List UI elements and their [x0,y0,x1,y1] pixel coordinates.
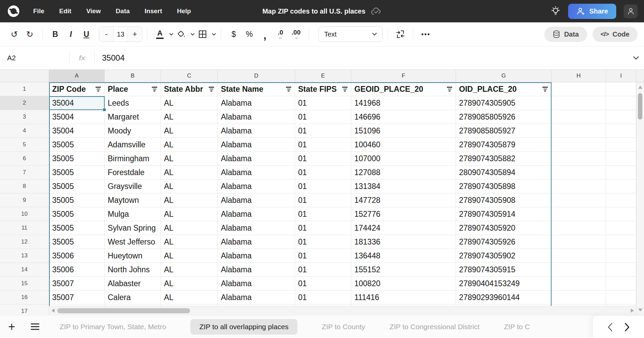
cell[interactable]: 35004 [49,124,105,138]
cell[interactable]: Alabama [218,235,295,249]
sheet-tab-3[interactable]: ZIP to County [322,323,365,331]
document-title[interactable]: Map ZIP codes to all U.S. places [262,7,365,15]
cell[interactable]: 2789074305898 [456,179,552,193]
cell[interactable]: Mulga [105,207,161,221]
scroll-left-arrow[interactable] [51,309,55,313]
cell[interactable]: 27890293960144 [456,291,552,304]
cell[interactable]: Maytown [105,193,161,207]
cell[interactable]: 151096 [351,124,456,138]
cell-reference-box[interactable]: A2 [0,54,69,62]
cell[interactable]: Alabama [218,249,295,263]
header-cell[interactable]: OID_PLACE_20 [456,82,552,96]
cell[interactable]: 01 [295,166,351,179]
row-number-9[interactable]: 9 [0,193,49,207]
cell[interactable]: Alabama [218,110,295,124]
column-header-G[interactable]: G [456,70,552,82]
cell[interactable] [552,277,606,291]
share-button[interactable]: Share [568,4,616,19]
account-avatar-button[interactable] [624,4,638,18]
data-panel-button[interactable]: Data [544,27,587,42]
cell[interactable]: 181336 [351,235,456,249]
cell[interactable]: AL [161,96,218,110]
cell[interactable]: AL [161,221,218,235]
vertical-scrollbar[interactable] [636,82,644,315]
add-sheet-button[interactable]: + [8,321,15,333]
cell[interactable]: 35005 [49,193,105,207]
cell[interactable]: 35005 [49,166,105,179]
cell[interactable]: Hueytown [105,249,161,263]
cell[interactable]: Alabama [218,166,295,179]
cell[interactable]: 2789074305920 [456,221,552,235]
cell[interactable]: 01 [295,110,351,124]
previous-sheet-chevron[interactable] [607,323,613,332]
sheet-tab-2-active[interactable]: ZIP to all overlapping places [190,319,297,335]
column-header-C[interactable]: C [161,70,218,82]
sheet-tab-5[interactable]: ZIP to C [504,323,530,331]
text-color-dropdown-chevron[interactable] [169,33,173,36]
header-cell[interactable]: State Abbr [161,82,218,96]
percent-format-button[interactable]: % [242,26,257,42]
cell[interactable] [606,166,636,179]
cell[interactable]: 136448 [351,249,456,263]
number-format-select[interactable]: Text [318,26,383,42]
cell[interactable]: Forestdale [105,166,161,179]
cell[interactable]: 01 [295,221,351,235]
cell[interactable]: 2789074305915 [456,263,552,277]
undo-button[interactable]: ↺ [6,26,22,42]
redo-button[interactable]: ↻ [22,26,38,42]
underline-button[interactable]: U [79,26,94,42]
scroll-right-arrow[interactable] [631,309,634,313]
column-header-E[interactable]: E [295,70,351,82]
menu-item-help[interactable]: Help [177,7,191,15]
header-cell[interactable] [606,82,636,96]
cell[interactable] [552,207,606,221]
header-cell[interactable]: ZIP Code [49,82,105,96]
cell[interactable]: AL [161,207,218,221]
cell[interactable] [606,124,636,138]
filter-icon[interactable] [94,87,104,91]
cell[interactable]: 01 [295,207,351,221]
column-header-A[interactable]: A [49,70,105,82]
italic-button[interactable]: I [63,26,79,42]
sheet-list-menu-button[interactable] [31,323,39,330]
scroll-up-arrow[interactable] [638,86,642,89]
cell[interactable]: 01 [295,96,351,110]
fill-color-button[interactable] [173,26,189,42]
cell[interactable] [606,152,636,166]
next-sheet-chevron[interactable] [624,323,630,332]
decrease-decimal-button[interactable]: .0← [273,26,288,42]
cell[interactable]: AL [161,235,218,249]
cell[interactable]: 27890404153249 [456,277,552,291]
cell[interactable]: 01 [295,249,351,263]
cell[interactable]: Birmingham [105,152,161,166]
cell[interactable]: 35005 [49,235,105,249]
cell[interactable]: Alabama [218,179,295,193]
cell[interactable]: Alabaster [105,277,161,291]
row-number-12[interactable]: 12 [0,235,49,249]
row-number-6[interactable]: 6 [0,152,49,166]
cell[interactable]: Alabama [218,193,295,207]
menu-item-view[interactable]: View [86,7,101,15]
cell[interactable]: Alabama [218,96,295,110]
cell[interactable]: 35005 [49,221,105,235]
cell[interactable]: 174424 [351,221,456,235]
fill-color-dropdown-chevron[interactable] [190,33,195,36]
cell[interactable] [552,96,606,110]
cell[interactable] [552,221,606,235]
menu-item-edit[interactable]: Edit [59,7,71,15]
formula-input[interactable]: 35004 [95,53,633,63]
row-number-15[interactable]: 15 [0,277,49,291]
header-cell[interactable]: State FIPS [295,82,351,96]
more-options-button[interactable]: ••• [418,26,434,42]
menu-item-insert[interactable]: Insert [145,7,162,15]
cell[interactable] [606,263,636,277]
cell[interactable]: Alabama [218,207,295,221]
rows-logo-icon[interactable] [7,5,20,17]
cell[interactable]: 35007 [49,277,105,291]
cell[interactable]: 127088 [351,166,456,179]
swap-columns-button[interactable] [393,26,408,42]
cell[interactable] [552,179,606,193]
cell[interactable]: Alabama [218,138,295,152]
borders-button[interactable] [195,26,210,42]
cell[interactable]: 2789085805927 [456,124,552,138]
